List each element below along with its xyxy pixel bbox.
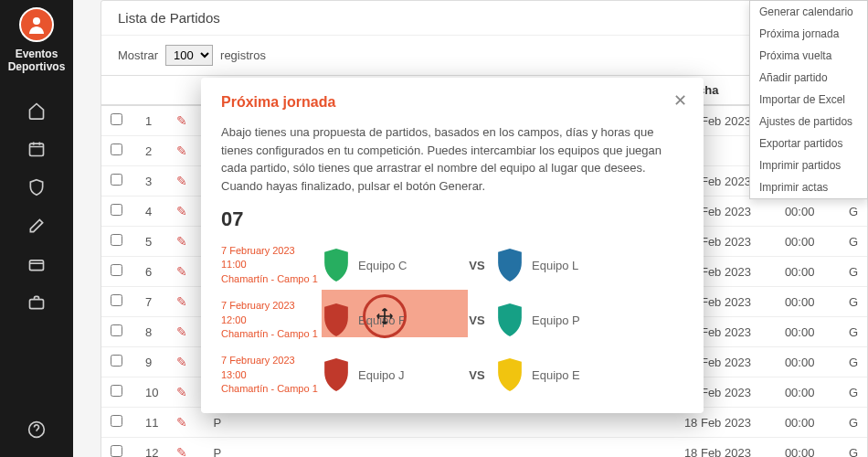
close-icon[interactable]: ✕ — [673, 90, 687, 111]
row-g: G — [840, 287, 867, 317]
row-checkbox[interactable] — [111, 294, 122, 306]
vs-label: VS — [459, 368, 495, 382]
venue-icon[interactable] — [27, 255, 46, 273]
away-team[interactable]: Equipo P — [495, 303, 632, 336]
row-number: 4 — [136, 197, 167, 227]
svg-point-0 — [33, 17, 40, 25]
row-label: P — [204, 438, 674, 458]
vs-label: VS — [459, 259, 495, 272]
row-time: 00:00 — [776, 347, 840, 377]
row-number: 11 — [136, 408, 167, 438]
menu-item[interactable]: Añadir partido — [750, 67, 867, 89]
avatar[interactable] — [19, 7, 54, 42]
per-page-select[interactable]: 100 — [165, 45, 213, 66]
row-checkbox[interactable] — [111, 174, 122, 186]
svg-rect-1 — [30, 143, 44, 155]
svg-rect-2 — [30, 260, 44, 271]
row-checkbox[interactable] — [111, 355, 122, 367]
edit-row-icon[interactable]: ✎ — [176, 174, 187, 188]
modal-next-round: Próxima jornada ✕ Abajo tienes una propu… — [201, 78, 704, 413]
row-g: G — [840, 227, 867, 257]
row-time: 00:00 — [776, 377, 840, 408]
show-label: Mostrar — [118, 48, 158, 62]
home-icon[interactable] — [27, 101, 46, 120]
row-g: G — [840, 377, 867, 408]
row-time: 00:00 — [776, 317, 840, 347]
row-checkbox[interactable] — [111, 385, 122, 397]
edit-row-icon[interactable]: ✎ — [176, 143, 187, 158]
row-number: 1 — [136, 105, 167, 136]
row-checkbox[interactable] — [111, 264, 122, 276]
menu-item[interactable]: Exportar partidos — [750, 133, 867, 154]
home-team[interactable]: Equipo C — [322, 249, 459, 282]
row-checkbox[interactable] — [111, 415, 122, 427]
edit-row-icon[interactable]: ✎ — [176, 445, 187, 457]
row-number: 8 — [136, 317, 167, 347]
edit-row-icon[interactable]: ✎ — [176, 204, 187, 218]
edit-row-icon[interactable]: ✎ — [176, 234, 187, 249]
round-number: 07 — [221, 207, 683, 231]
fixture-meta: 7 February 202311:00Chamartín - Campo 1 — [221, 244, 322, 286]
menu-item[interactable]: Próxima jornada — [750, 23, 867, 45]
fixture-row: 7 February 202313:00Chamartín - Campo 1E… — [221, 354, 683, 396]
row-time: 00:00 — [776, 287, 840, 317]
row-checkbox[interactable] — [111, 324, 122, 336]
fixture-row: 7 February 202312:00Chamartín - Campo 1E… — [221, 299, 683, 341]
row-number: 6 — [136, 257, 167, 287]
home-team[interactable]: Equipo J — [322, 358, 459, 391]
menu-item[interactable]: Próxima vuelta — [750, 45, 867, 67]
row-time: 00:00 — [776, 257, 840, 287]
modal-description: Abajo tienes una propuesta de partidos, … — [221, 123, 683, 195]
fixture-meta: 7 February 202313:00Chamartín - Campo 1 — [221, 354, 322, 396]
fixture-row: 7 February 202311:00Chamartín - Campo 1E… — [221, 244, 683, 286]
drag-indicator — [363, 294, 407, 338]
context-menu: Generar calendarioPróxima jornadaPróxima… — [749, 0, 868, 199]
away-team[interactable]: Equipo L — [495, 249, 632, 282]
edit-row-icon[interactable]: ✎ — [176, 264, 187, 279]
row-time: 00:00 — [776, 227, 840, 257]
menu-item[interactable]: Imprimir partidos — [750, 154, 867, 176]
vs-label: VS — [459, 314, 495, 327]
away-team[interactable]: Equipo E — [495, 358, 632, 391]
row-time: 00:00 — [776, 408, 840, 438]
row-time: 00:00 — [776, 197, 840, 227]
row-g: G — [840, 257, 867, 287]
row-number: 2 — [136, 136, 167, 166]
row-number: 5 — [136, 227, 167, 257]
calendar-icon[interactable] — [27, 140, 46, 158]
sidebar: Eventos Deportivos — [0, 0, 73, 457]
menu-item[interactable]: Imprimir actas — [750, 176, 867, 198]
row-number: 10 — [136, 377, 167, 408]
edit-row-icon[interactable]: ✎ — [176, 324, 187, 339]
row-g: G — [840, 197, 867, 227]
menu-item[interactable]: Ajustes de partidos — [750, 111, 867, 133]
row-checkbox[interactable] — [111, 445, 122, 457]
edit-icon[interactable] — [27, 217, 46, 235]
row-g: G — [840, 317, 867, 347]
menu-item[interactable]: Importar de Excel — [750, 89, 867, 111]
modal-title: Próxima jornada — [221, 94, 683, 111]
edit-row-icon[interactable]: ✎ — [176, 355, 187, 369]
row-g: G — [840, 438, 867, 458]
svg-rect-3 — [30, 299, 44, 308]
edit-row-icon[interactable]: ✎ — [176, 294, 187, 309]
row-date: 18 Feb 2023 — [675, 438, 776, 458]
edit-row-icon[interactable]: ✎ — [176, 385, 187, 399]
row-number: 3 — [136, 166, 167, 197]
row-checkbox[interactable] — [111, 234, 122, 246]
table-row: 12✎P18 Feb 202300:00G — [101, 438, 867, 458]
briefcase-icon[interactable] — [27, 293, 46, 312]
row-checkbox[interactable] — [111, 143, 122, 155]
menu-item[interactable]: Generar calendario — [750, 1, 867, 23]
records-label: registros — [220, 48, 266, 62]
edit-row-icon[interactable]: ✎ — [176, 415, 187, 430]
shield-icon[interactable] — [27, 178, 46, 197]
row-number: 7 — [136, 287, 167, 317]
row-checkbox[interactable] — [111, 204, 122, 216]
row-number: 9 — [136, 347, 167, 377]
edit-row-icon[interactable]: ✎ — [176, 113, 187, 128]
row-g: G — [840, 347, 867, 377]
row-checkbox[interactable] — [111, 113, 122, 125]
help-icon[interactable] — [27, 420, 46, 439]
brand-label: Eventos Deportivos — [0, 48, 73, 74]
